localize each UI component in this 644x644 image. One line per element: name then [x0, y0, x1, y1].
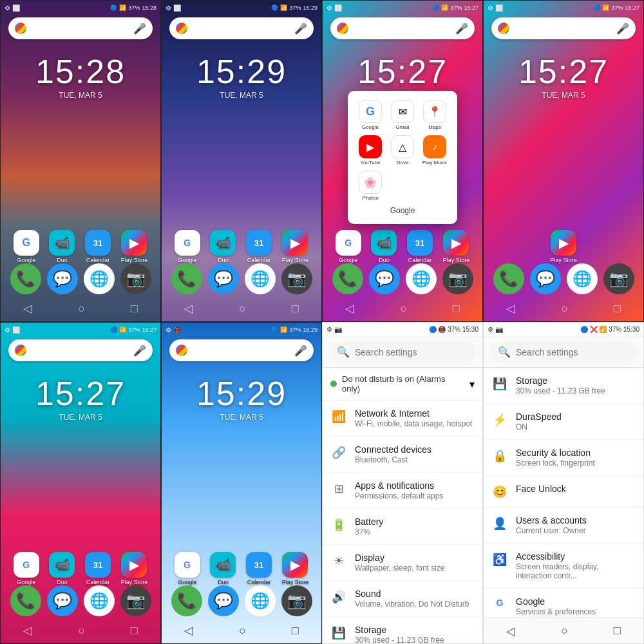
settings-item-display[interactable]: ☀ Display Wallpaper, sleep, font size [323, 545, 482, 581]
search-bar-2[interactable]: 🎤 [169, 17, 314, 39]
settings-item-apps[interactable]: ⊞ Apps & notifications Permissions, defa… [323, 473, 482, 509]
back-btn-1[interactable]: ◁ [23, 301, 32, 316]
app-duo-1[interactable]: 📹 Duo [49, 230, 75, 263]
settings-item-storage-r[interactable]: 💾 Storage 30% used - 11.23 GB free [484, 368, 643, 404]
app-playstore-6[interactable]: ▶ Play Store [282, 552, 309, 585]
app-calendar-6[interactable]: 31 Calendar [246, 552, 272, 585]
google-folder-popup[interactable]: G Google ✉ Gmail 📍 Maps ▶ YouTube △ Driv… [348, 91, 457, 224]
dock-phone-5[interactable]: 📞 [10, 585, 41, 616]
dnd-expand-icon[interactable]: ▾ [469, 378, 475, 390]
app-playstore-1[interactable]: ▶ Play Store [121, 230, 148, 263]
recents-btn-5[interactable]: □ [131, 624, 138, 638]
folder-app-drive[interactable]: △ Drive [389, 135, 416, 166]
app-google-5[interactable]: G Google [14, 552, 39, 585]
dock-chrome-3[interactable]: 🌐 [406, 263, 437, 294]
settings-item-network[interactable]: 📶 Network & Internet Wi-Fi, mobile, data… [323, 401, 482, 437]
back-btn-4[interactable]: ◁ [506, 301, 515, 316]
recents-btn-4[interactable]: □ [614, 302, 621, 316]
folder-app-maps[interactable]: 📍 Maps [421, 100, 448, 130]
app-duo-6[interactable]: 📹 Duo [210, 552, 236, 585]
settings-item-duraspeed-r[interactable]: ⚡ DuraSpeed ON [484, 404, 643, 440]
back-btn-2[interactable]: ◁ [184, 301, 193, 316]
dock-messages-4[interactable]: 💬 [530, 263, 561, 294]
search-bar-6[interactable]: 🎤 [169, 339, 314, 361]
dock-phone-3[interactable]: 📞 [332, 263, 363, 294]
dnd-banner[interactable]: Do not disturb is on (Alarms only) ▾ [323, 368, 482, 401]
settings-back-btn-right[interactable]: ◁ [506, 624, 515, 638]
search-input-left[interactable] [355, 347, 468, 357]
back-btn-5[interactable]: ◁ [23, 623, 32, 638]
search-bar-4[interactable]: 🎤 [491, 17, 636, 39]
app-calendar-5[interactable]: 31 Calendar [85, 552, 111, 585]
dock-phone-2[interactable]: 📞 [171, 263, 202, 294]
dock-messages-2[interactable]: 💬 [208, 263, 239, 294]
dock-chrome-2[interactable]: 🌐 [245, 263, 276, 294]
mic-icon-4[interactable]: 🎤 [616, 23, 629, 35]
folder-app-gmail[interactable]: ✉ Gmail [389, 100, 416, 130]
app-playstore-5[interactable]: ▶ Play Store [121, 552, 148, 585]
dock-chrome-6[interactable]: 🌐 [245, 585, 276, 616]
mic-icon-2[interactable]: 🎤 [294, 23, 307, 35]
dock-camera-1[interactable]: 📷 [120, 263, 151, 294]
search-bar-1[interactable]: 🎤 [8, 17, 153, 39]
dock-camera-2[interactable]: 📷 [281, 263, 312, 294]
app-google-6[interactable]: G Google [175, 552, 200, 585]
search-input-right[interactable] [516, 347, 629, 357]
settings-search-bar-right[interactable]: 🔍 [490, 342, 637, 362]
settings-item-users[interactable]: 👤 Users & accounts Current user: Owner [484, 507, 643, 544]
app-duo-2[interactable]: 📹 Duo [210, 230, 236, 263]
mic-icon-3[interactable]: 🎤 [455, 23, 468, 35]
mic-icon-6[interactable]: 🎤 [294, 345, 307, 357]
recents-btn-3[interactable]: □ [453, 302, 460, 316]
dock-camera-6[interactable]: 📷 [281, 585, 312, 616]
back-btn-3[interactable]: ◁ [345, 301, 354, 316]
dock-phone-4[interactable]: 📞 [493, 263, 524, 294]
dock-messages-3[interactable]: 💬 [369, 263, 400, 294]
app-duo-5[interactable]: 📹 Duo [49, 552, 75, 585]
app-calendar-3[interactable]: 31 Calendar [407, 230, 433, 263]
app-google-1[interactable]: G Google [14, 230, 39, 263]
settings-recents-btn-right[interactable]: □ [614, 624, 621, 638]
app-calendar-1[interactable]: 31 Calendar [85, 230, 111, 263]
dock-phone-1[interactable]: 📞 [10, 263, 41, 294]
app-google-2[interactable]: G Google [175, 230, 200, 263]
home-btn-6[interactable]: ○ [239, 624, 246, 638]
settings-item-battery[interactable]: 🔋 Battery 37% [323, 509, 482, 545]
settings-search-bar-left[interactable]: 🔍 [329, 342, 476, 362]
mic-icon-1[interactable]: 🎤 [133, 23, 146, 35]
dock-chrome-1[interactable]: 🌐 [84, 263, 115, 294]
home-btn-4[interactable]: ○ [561, 302, 568, 316]
app-duo-3[interactable]: 📹 Duo [371, 230, 397, 263]
folder-app-photos[interactable]: 🌸 Photos [357, 171, 384, 201]
folder-app-youtube[interactable]: ▶ YouTube [357, 135, 384, 166]
settings-item-sound[interactable]: 🔊 Sound Volume, vibration, Do Not Distur… [323, 581, 482, 617]
back-btn-6[interactable]: ◁ [184, 623, 193, 638]
home-btn-2[interactable]: ○ [239, 302, 246, 316]
search-bar-3[interactable]: 🎤 [330, 17, 475, 39]
app-playstore-2[interactable]: ▶ Play Store [282, 230, 309, 263]
dock-chrome-5[interactable]: 🌐 [84, 585, 115, 616]
recents-btn-6[interactable]: □ [292, 624, 299, 638]
dock-messages-1[interactable]: 💬 [47, 263, 78, 294]
mic-icon-5[interactable]: 🎤 [133, 345, 146, 357]
settings-home-btn-right[interactable]: ○ [561, 624, 568, 638]
settings-item-face-unlock[interactable]: 😊 Face Unlock [484, 476, 643, 507]
app-playstore-4[interactable]: ▶ Play Store [550, 230, 577, 263]
home-btn-1[interactable]: ○ [78, 302, 85, 316]
settings-item-storage[interactable]: 💾 Storage 30% used - 11.23 GB free [323, 617, 482, 644]
folder-app-google[interactable]: G Google [357, 100, 384, 130]
recents-btn-2[interactable]: □ [292, 302, 299, 316]
settings-item-accessibility[interactable]: ♿ Accessibility Screen readers, display,… [484, 544, 643, 589]
recents-btn-1[interactable]: □ [131, 302, 138, 316]
dock-chrome-4[interactable]: 🌐 [567, 263, 598, 294]
settings-item-security[interactable]: 🔒 Security & location Screen lock, finge… [484, 440, 643, 476]
dock-camera-3[interactable]: 📷 [442, 263, 473, 294]
dock-phone-6[interactable]: 📞 [171, 585, 202, 616]
folder-app-playmusic[interactable]: ♪ Play Music [421, 135, 448, 166]
home-btn-5[interactable]: ○ [78, 624, 85, 638]
app-calendar-2[interactable]: 31 Calendar [246, 230, 272, 263]
dock-camera-4[interactable]: 📷 [603, 263, 634, 294]
dock-messages-6[interactable]: 💬 [208, 585, 239, 616]
home-btn-3[interactable]: ○ [400, 302, 407, 316]
app-google-3[interactable]: G Google [336, 230, 361, 263]
